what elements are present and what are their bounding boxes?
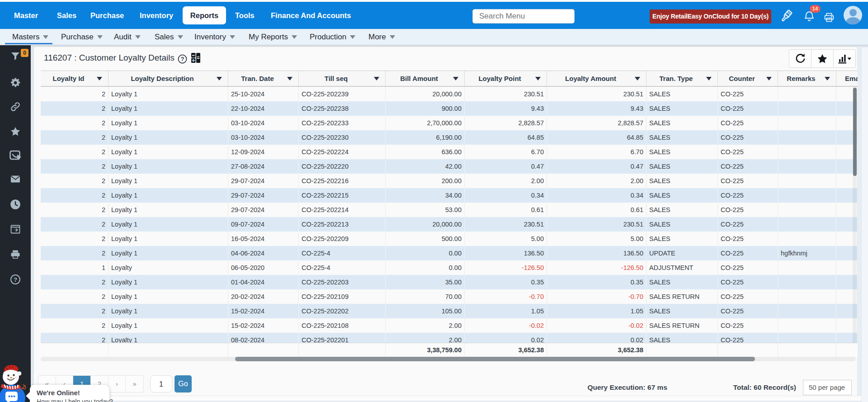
svg-text:?: ? — [181, 56, 184, 62]
svg-text:?: ? — [14, 276, 17, 283]
